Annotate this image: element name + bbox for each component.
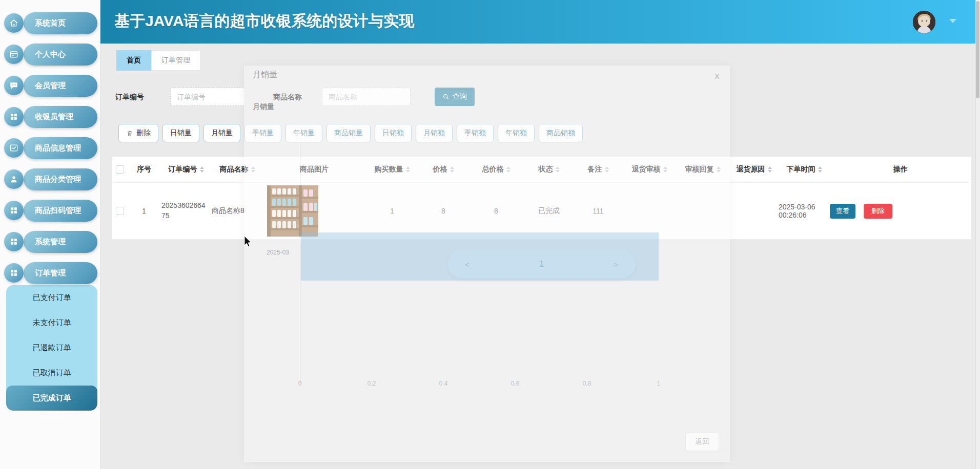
sidebar-item-label: 商品分类管理 [35, 175, 81, 184]
toolbar-button-月销量[interactable]: 月销量 [203, 124, 240, 142]
chart-y-axis [300, 143, 300, 384]
tab-首页[interactable]: 首页 [116, 50, 151, 71]
chart-icon [9, 143, 19, 153]
column-header-订单编号[interactable]: 订单编号 [160, 165, 212, 174]
sidebar-item-收银员管理[interactable]: 收银员管理 [24, 106, 97, 128]
chevron-down-icon[interactable] [949, 19, 956, 23]
sort-caret[interactable] [768, 166, 772, 173]
grid-icon [9, 268, 19, 278]
chart-bar-2025-03 [301, 232, 659, 281]
submenu-item-已退款订单[interactable]: 已退款订单 [6, 335, 97, 360]
app-window: 系统首页个人中心会员管理收银员管理商品信息管理商品分类管理商品扫码管理系统管理订… [0, 0, 980, 469]
row-delete-button[interactable]: 删除 [864, 204, 892, 219]
sidebar-item-系统管理[interactable]: 系统管理 [24, 231, 97, 253]
mouse-cursor [244, 236, 253, 248]
sidebar-item-label: 商品信息管理 [35, 143, 81, 153]
id-card-icon [9, 49, 19, 59]
back-button[interactable]: 返回 [685, 433, 719, 451]
order-no-label: 订单编号 [115, 93, 144, 102]
sidebar-item-label: 订单管理 [35, 268, 66, 278]
order-no-input[interactable] [170, 88, 245, 106]
sidebar-item-label: 系统首页 [35, 18, 66, 28]
submenu-item-未支付订单[interactable]: 未支付订单 [6, 310, 97, 335]
column-header-退货原因[interactable]: 退货原因 [729, 165, 779, 174]
grid-icon [9, 112, 19, 122]
cell-order_no: 2025360266475 [160, 201, 212, 221]
sort-caret[interactable] [200, 166, 204, 173]
x-tick-label: 0.8 [583, 380, 591, 387]
chart-title: 月销量 [253, 102, 274, 112]
trash-icon [126, 130, 133, 137]
avatar-image [913, 11, 935, 33]
toolbar-button-日销量[interactable]: 日销量 [162, 124, 199, 142]
page-title: 基于JAVA语言的超市收银系统的设计与实现 [114, 11, 415, 32]
column-header-下单时间[interactable]: 下单时间 [779, 165, 830, 174]
sidebar-item-订单管理[interactable]: 订单管理 [24, 262, 97, 284]
sidebar-item-商品扫码管理[interactable]: 商品扫码管理 [24, 200, 97, 222]
view-button[interactable]: 查看 [830, 204, 855, 219]
scrollbar-thumb[interactable] [976, 1, 979, 98]
chart-category-label: 2025-03 [267, 249, 289, 256]
x-tick-label: 0.6 [511, 380, 520, 387]
submenu-item-已取消订单[interactable]: 已取消订单 [6, 360, 97, 386]
grid-icon [9, 205, 19, 216]
column-header-操作: 操作 [830, 165, 971, 174]
sidebar-item-label: 个人中心 [35, 50, 66, 59]
chat-icon [9, 80, 19, 91]
monthly-sales-dialog: 月销量 X 月销量 2025-03 00.20.40.60.81 返回 [244, 66, 730, 462]
user-avatar[interactable] [913, 11, 935, 33]
select-all-checkbox[interactable] [116, 165, 124, 174]
sidebar-item-label: 系统管理 [35, 237, 66, 247]
submenu-item-已完成订单[interactable]: 已完成订单 [6, 386, 97, 411]
column-header-序号: 序号 [128, 165, 160, 174]
cell-index: 1 [128, 207, 160, 215]
sidebar: 系统首页个人中心会员管理收银员管理商品信息管理商品分类管理商品扫码管理系统管理订… [0, 0, 100, 469]
sidebar-item-label: 收银员管理 [35, 112, 73, 122]
grid-icon [9, 237, 19, 247]
tab-订单管理[interactable]: 订单管理 [151, 50, 200, 71]
user-icon [9, 174, 19, 184]
dialog-title: 月销量 [253, 70, 277, 80]
cell-order_time: 2025-03-06 00:26:06 [779, 203, 830, 219]
sidebar-item-label: 商品扫码管理 [35, 206, 81, 216]
sidebar-item-系统首页[interactable]: 系统首页 [24, 12, 97, 34]
close-icon[interactable]: X [714, 72, 720, 80]
cell-actions: 查看删除 [830, 204, 971, 219]
header-bar: 基于JAVA语言的超市收银系统的设计与实现 [100, 0, 980, 44]
submenu-item-已支付订单[interactable]: 已支付订单 [6, 285, 97, 310]
sort-caret[interactable] [818, 166, 822, 173]
row-checkbox[interactable] [116, 207, 124, 215]
delete-button[interactable]: 删除 [118, 124, 158, 142]
home-icon [9, 18, 19, 28]
x-tick-label: 0.2 [368, 380, 376, 387]
sidebar-item-商品分类管理[interactable]: 商品分类管理 [24, 168, 97, 190]
window-scrollbar[interactable] [975, 0, 980, 469]
x-tick-label: 0.4 [439, 380, 448, 387]
x-tick-label: 0 [298, 380, 302, 387]
sidebar-item-label: 会员管理 [35, 81, 66, 91]
sidebar-menu: 系统首页个人中心会员管理收银员管理商品信息管理商品分类管理商品扫码管理系统管理订… [0, 0, 100, 284]
sidebar-item-商品信息管理[interactable]: 商品信息管理 [24, 137, 97, 159]
x-tick-label: 1 [657, 380, 661, 387]
tab-bar: 首页订单管理 [116, 50, 200, 71]
sidebar-item-会员管理[interactable]: 会员管理 [24, 75, 97, 97]
sidebar-item-个人中心[interactable]: 个人中心 [24, 44, 97, 66]
order-submenu: 已支付订单未支付订单已退款订单已取消订单已完成订单 [6, 285, 97, 411]
